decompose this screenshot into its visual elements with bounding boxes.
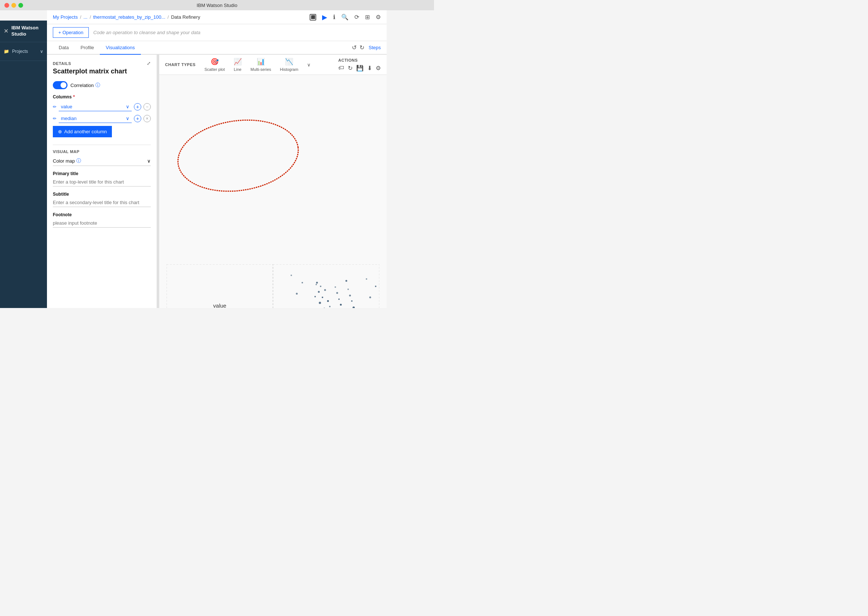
expand-icon[interactable]: ⤢	[147, 61, 151, 66]
line-icon: 📈	[234, 58, 242, 66]
column-select-1[interactable]: value ∨	[59, 102, 132, 111]
svg-point-27	[337, 292, 338, 294]
tab-data[interactable]: Data	[53, 41, 74, 55]
toolbar-hint: Code an operation to cleanse and shape y…	[93, 30, 200, 35]
sidebar-close-icon[interactable]: ✕	[4, 28, 8, 35]
chart-type-multi-series[interactable]: 📊 Multi-series	[251, 58, 271, 72]
share-icon[interactable]: ⟳	[354, 14, 359, 20]
chart-settings-icon[interactable]: ⚙	[376, 64, 381, 72]
actions-icons: 🏷 ↻ 💾 ⬇ ⚙	[338, 64, 381, 72]
search-icon[interactable]: 🔍	[341, 14, 348, 20]
record-icon[interactable]: ⬛	[310, 14, 316, 20]
svg-point-37	[349, 294, 351, 296]
breadcrumb: My Projects / ... / thermostat_rebates_b…	[53, 14, 307, 20]
settings-icon[interactable]: ⚙	[376, 14, 381, 20]
tab-visualizations[interactable]: Visualizations	[100, 41, 141, 55]
correlation-info-icon[interactable]: ⓘ	[96, 82, 100, 88]
details-panel: DETAILS ⤢ Scatterplot matrix chart Corre…	[47, 55, 157, 308]
column-edit-icon-2[interactable]: ✏	[53, 116, 56, 121]
svg-point-36	[348, 289, 349, 290]
actions-section: ACTIONS 🏷 ↻ 💾 ⬇ ⚙	[338, 58, 381, 72]
add-column-button[interactable]: ⊕ Add another column	[53, 126, 112, 137]
columns-section-label: Columns *	[53, 94, 151, 99]
redo-icon[interactable]: ↻	[360, 44, 364, 51]
svg-point-10	[324, 308, 325, 308]
correlation-toggle[interactable]	[53, 81, 67, 89]
scatter-icon: 🎯	[211, 58, 219, 66]
sidebar-header: ✕ IBM Watson Studio	[0, 20, 47, 42]
correlation-text: Correlation	[71, 83, 94, 88]
column-row-1: ✏ value ∨ + −	[53, 102, 151, 111]
subtitle-input[interactable]	[53, 198, 151, 207]
chart-type-scatter[interactable]: 🎯 Scatter plot	[204, 58, 225, 72]
column-chevron-1: ∨	[126, 104, 130, 109]
details-header: DETAILS ⤢	[53, 61, 151, 66]
breadcrumb-my-projects[interactable]: My Projects	[53, 14, 78, 20]
chart-area: CHART TYPES 🎯 Scatter plot 📈 Line 📊 Mult…	[159, 55, 387, 308]
column-remove-btn-1[interactable]: −	[143, 103, 151, 110]
svg-point-9	[319, 302, 321, 304]
column-value-2: median	[61, 116, 77, 121]
undo-redo: ↺ ↻	[352, 44, 364, 51]
breadcrumb-dataset[interactable]: thermostat_rebates_by_zip_100...	[93, 14, 166, 20]
footnote-label: Footnote	[53, 212, 151, 217]
projects-label: Projects	[12, 49, 28, 54]
chart-type-histogram[interactable]: 📉 Histogram	[280, 58, 298, 72]
column-edit-icon-1[interactable]: ✏	[53, 104, 56, 109]
info-icon[interactable]: ℹ	[333, 14, 335, 20]
scatter-label: Scatter plot	[204, 67, 225, 72]
svg-rect-1	[273, 264, 379, 308]
maximize-button[interactable]	[18, 3, 23, 8]
close-button[interactable]	[5, 3, 9, 8]
multi-series-icon: 📊	[257, 58, 265, 66]
svg-point-45	[291, 275, 292, 276]
column-select-2[interactable]: median ∨	[59, 114, 132, 123]
save-chart-icon[interactable]: 💾	[356, 64, 363, 72]
details-label: DETAILS	[53, 61, 71, 66]
operation-button[interactable]: + Operation	[53, 27, 89, 38]
svg-point-29	[340, 303, 342, 305]
tab-profile[interactable]: Profile	[74, 41, 100, 55]
svg-point-39	[353, 306, 355, 308]
breadcrumb-sep-2: /	[89, 14, 91, 20]
sidebar: ✕ IBM Watson Studio 📁 Projects ∨ ? Suppo…	[0, 20, 47, 308]
minimize-button[interactable]	[11, 3, 16, 8]
chevron-down-icon: ∨	[40, 49, 43, 54]
svg-point-38	[351, 300, 353, 302]
toggle-knob	[61, 82, 66, 88]
titlebar-buttons	[5, 3, 23, 8]
column-remove-btn-2[interactable]: ×	[143, 115, 151, 122]
tag-icon[interactable]: 🏷	[338, 64, 344, 72]
svg-point-62	[173, 113, 302, 199]
sidebar-app-name: IBM Watson Studio	[11, 25, 43, 38]
correlation-label: Correlation ⓘ	[71, 82, 100, 88]
details-title: Scatterplot matrix chart	[53, 68, 151, 75]
chart-type-line[interactable]: 📈 Line	[234, 58, 242, 72]
window-title: IBM Watson Studio	[197, 3, 237, 8]
topnav: My Projects / ... / thermostat_rebates_b…	[47, 10, 387, 24]
histogram-label: Histogram	[280, 67, 298, 72]
steps-link[interactable]: Steps	[369, 45, 381, 50]
grid-icon[interactable]: ⊞	[365, 14, 370, 20]
refresh-icon[interactable]: ↻	[348, 64, 353, 72]
column-add-btn-2[interactable]: +	[134, 115, 141, 122]
color-map-label: Color map ⓘ	[53, 157, 81, 164]
svg-point-19	[327, 300, 329, 302]
tabs-right: ↺ ↻ Steps	[352, 44, 381, 51]
play-icon[interactable]: ▶	[322, 13, 327, 21]
multi-series-label: Multi-series	[251, 67, 271, 72]
sidebar-item-projects[interactable]: 📁 Projects ∨	[4, 47, 43, 56]
visual-map-title: VISUAL MAP	[53, 149, 151, 154]
breadcrumb-ellipsis[interactable]: ...	[84, 14, 88, 20]
primary-title-input[interactable]	[53, 178, 151, 187]
footnote-input[interactable]	[53, 219, 151, 228]
color-map-info-icon[interactable]: ⓘ	[76, 157, 81, 164]
column-chevron-2: ∨	[126, 116, 130, 121]
chart-types-expand-icon[interactable]: ∨	[307, 62, 311, 68]
columns-label-text: Columns	[53, 94, 72, 99]
undo-icon[interactable]: ↺	[352, 44, 357, 51]
column-add-btn-1[interactable]: +	[134, 103, 141, 110]
color-map-chevron[interactable]: ∨	[147, 158, 151, 164]
primary-title-label: Primary title	[53, 171, 151, 176]
download-chart-icon[interactable]: ⬇	[367, 64, 372, 72]
